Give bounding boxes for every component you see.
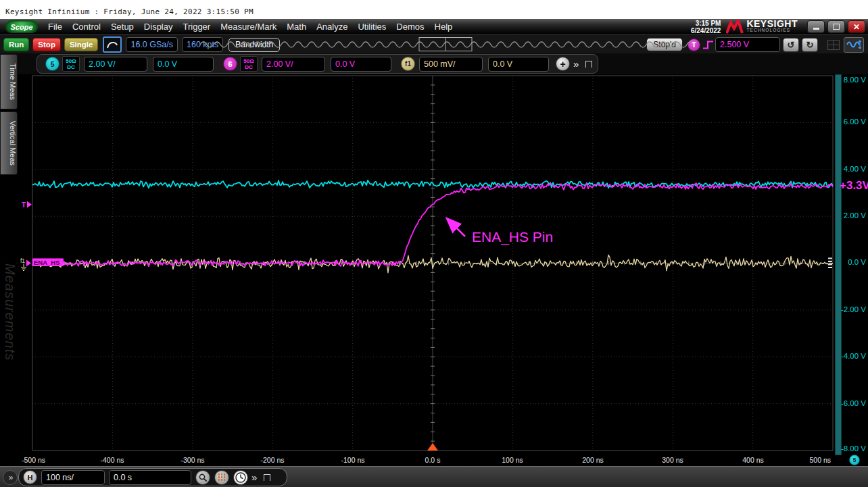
f1-right-zero-marker [828, 267, 832, 268]
channel-6-badge[interactable]: 6 [223, 57, 237, 71]
overview-waveform [200, 42, 692, 47]
trace-name-label: ENA_HS [34, 259, 60, 266]
oscilloscope-app: Keysight Infiniium : Friday, June 24, 20… [0, 0, 868, 487]
channel-bar: 5 50Ω DC 2.00 V/ 0.0 V 6 50Ω DC 2.00 V/ … [0, 53, 868, 74]
close-button[interactable]: ✕ [848, 20, 865, 33]
horizontal-toolbar: » H 100 ns/ 0.0 s [0, 466, 868, 487]
channel-6-offset-field[interactable]: 0.0 V [331, 57, 391, 72]
f1-scale-field[interactable]: 500 mV/ [419, 57, 483, 72]
menu-measure-mark[interactable]: Measure/Mark [220, 22, 276, 32]
realtime-clock-button[interactable] [233, 470, 248, 485]
menu-setup[interactable]: Setup [111, 22, 134, 32]
channel-5-coupling[interactable]: 50Ω DC [62, 56, 80, 72]
menu-file[interactable]: File [48, 22, 62, 32]
voltage-label: -4.00 V [841, 352, 866, 360]
graticule-icon[interactable] [827, 40, 840, 50]
acquisition-overview[interactable] [199, 36, 692, 53]
redo-icon: ↻ [806, 41, 814, 49]
orange-dots-icon [218, 473, 226, 482]
time-label: -100 ns [341, 456, 364, 464]
voltage-label: 8.00 V [844, 76, 866, 84]
sample-rate-field[interactable]: 16.0 GSa/s [126, 37, 178, 52]
menu-demos[interactable]: Demos [396, 22, 424, 32]
touch-pointer-button[interactable] [103, 36, 122, 53]
f1-offset-field[interactable]: 0.0 V [488, 57, 549, 72]
redo-button[interactable]: ↻ [802, 38, 818, 52]
time-label: 500 ns [809, 456, 831, 464]
more-channels-chevron[interactable]: » [573, 58, 577, 70]
timebase-position-field[interactable]: 0.0 s [109, 470, 191, 485]
menu-analyze[interactable]: Analyze [316, 22, 347, 32]
time-label: -400 ns [100, 456, 124, 464]
f1-ground-marker-label: f1 [20, 257, 25, 264]
channel-panel: 5 50Ω DC 2.00 V/ 0.0 V 6 50Ω DC 2.00 V/ … [37, 54, 598, 74]
annotation-text: ENA_HS Pin [472, 229, 553, 245]
right-axis: 8.00 V 6.00 V 4.00 V 2.00 V 0.0 V -2.00 … [834, 74, 868, 454]
time-label: 0.0 s [425, 456, 441, 464]
voltage-label: -2.00 V [841, 305, 866, 313]
minimize-button[interactable] [807, 20, 825, 33]
autoscale-waveform-icon [846, 39, 861, 50]
time-label: -500 ns [22, 456, 45, 464]
menu-trigger[interactable]: Trigger [183, 22, 210, 32]
voltage-label: 6.00 V [844, 118, 866, 126]
clock-icon [235, 472, 246, 483]
undock-icon[interactable] [585, 61, 592, 68]
more-horizontal-chevron[interactable]: » [251, 471, 256, 483]
scope-menu-button[interactable]: Scope [5, 20, 38, 33]
menu-control[interactable]: Control [72, 22, 101, 32]
minimize-icon [813, 28, 819, 30]
f1-right-zero-marker [828, 258, 832, 259]
tab-time-meas[interactable]: Time Meas [0, 54, 18, 109]
autoscale-button[interactable] [844, 37, 864, 53]
horizontal-scale-badge[interactable]: H [23, 470, 37, 484]
undock-icon[interactable] [264, 474, 270, 481]
restore-button[interactable] [827, 20, 845, 33]
horizontal-panel: H 100 ns/ 0.0 s » [18, 468, 287, 486]
f1-right-zero-marker [828, 261, 832, 262]
channel-6-coupling[interactable]: 50Ω DC [240, 56, 258, 72]
waveform-display[interactable]: ENA_HSENA_HS PinTf1 [20, 74, 834, 454]
channel-5-scale-field[interactable]: 2.00 V/ [84, 57, 147, 72]
window-title-band: Keysight Infiniium : Friday, June 24, 20… [0, 0, 868, 19]
menu-display[interactable]: Display [144, 22, 173, 32]
ch6-ground-marker[interactable] [26, 260, 31, 267]
menu-math[interactable]: Math [287, 22, 306, 32]
channel-6-scale-field[interactable]: 2.00 V/ [262, 57, 325, 72]
trigger-level-field[interactable]: 2.500 V [715, 37, 780, 52]
marker-dots-button[interactable] [214, 470, 229, 485]
brand-name: KEYSIGHT [746, 20, 798, 27]
function-f1-badge[interactable]: f1 [401, 57, 415, 71]
run-button[interactable]: Run [3, 38, 29, 51]
menu-bar: Scope File Control Setup Display Trigger… [0, 19, 868, 34]
single-button[interactable]: Single [64, 38, 99, 51]
time-label: -200 ns [260, 456, 284, 464]
channel-5-badge[interactable]: 5 [45, 57, 59, 71]
annotation-arrow [447, 219, 465, 236]
add-waveform-button[interactable]: + [556, 57, 570, 71]
trigger-time-marker[interactable] [427, 443, 438, 451]
zoom-button[interactable] [195, 470, 210, 485]
stop-button[interactable]: Stop [32, 38, 61, 51]
trigger-level-marker-label: T [22, 201, 26, 209]
voltage-label: -8.00 V [841, 444, 866, 453]
menu-help[interactable]: Help [435, 22, 453, 32]
menu-utilities[interactable]: Utilities [358, 22, 386, 32]
measurements-ghost-label: Measurements [2, 263, 18, 361]
channel-5-offset-field[interactable]: 0.0 V [153, 57, 214, 72]
time-label: 300 ns [662, 456, 683, 464]
time-label: 100 ns [502, 456, 523, 464]
voltage-label: -6.00 V [841, 399, 866, 407]
channel-5-axis-badge[interactable]: 5 [849, 455, 860, 465]
trigger-level-marker[interactable] [27, 201, 32, 208]
expand-chevron-button[interactable]: » [3, 470, 18, 485]
vertical-scrollbar[interactable] [835, 74, 842, 455]
brand-subname: TECHNOLOGIES [746, 27, 798, 34]
restore-icon [833, 24, 840, 30]
tab-vertical-meas[interactable]: Vertical Meas [0, 111, 18, 175]
voltage-label: 2.00 V [844, 211, 866, 220]
level-callout-3v3: +3.3V [840, 179, 868, 193]
undo-button[interactable]: ↺ [783, 38, 799, 52]
timebase-scale-field[interactable]: 100 ns/ [41, 470, 105, 485]
window-title: Keysight Infiniium : Friday, June 24, 20… [5, 7, 254, 16]
